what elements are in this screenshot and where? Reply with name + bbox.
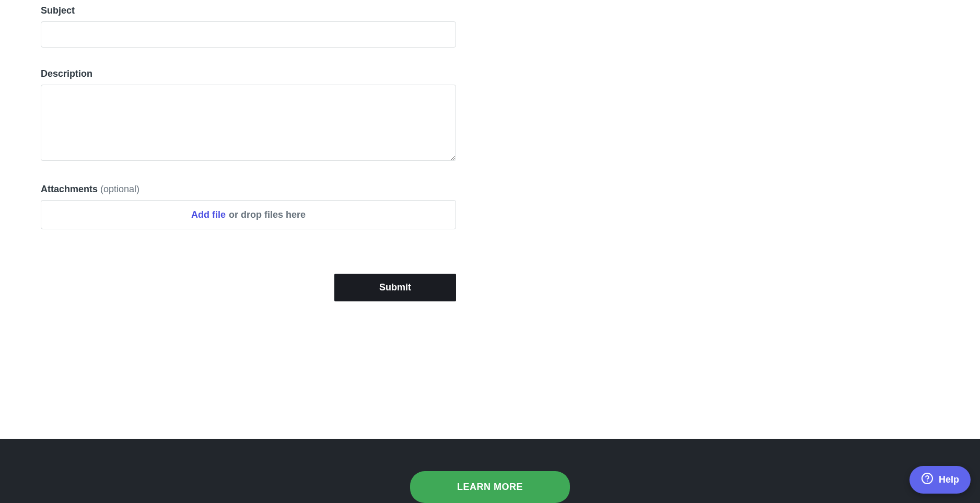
- support-form: Subject Description Attachments (optiona…: [41, 0, 456, 301]
- submit-button[interactable]: Submit: [334, 274, 456, 301]
- help-widget-button[interactable]: Help: [909, 466, 971, 494]
- drop-files-text: or drop files here: [229, 209, 306, 220]
- help-widget-label: Help: [939, 474, 959, 485]
- description-label: Description: [41, 68, 456, 79]
- help-icon: [921, 472, 934, 487]
- page-footer: LEARN MORE: [0, 439, 980, 503]
- attachments-label: Attachments (optional): [41, 184, 456, 195]
- attachments-optional-text: (optional): [100, 184, 139, 194]
- attachments-label-text: Attachments: [41, 184, 98, 194]
- submit-row: Submit: [41, 274, 456, 301]
- subject-input[interactable]: [41, 21, 456, 48]
- attachments-group: Attachments (optional) Add file or drop …: [41, 184, 456, 229]
- attachments-dropzone[interactable]: Add file or drop files here: [41, 200, 456, 229]
- subject-group: Subject: [41, 5, 456, 48]
- add-file-link[interactable]: Add file: [191, 209, 226, 220]
- description-group: Description: [41, 68, 456, 163]
- learn-more-button[interactable]: LEARN MORE: [410, 471, 570, 503]
- description-input[interactable]: [41, 85, 456, 161]
- subject-label: Subject: [41, 5, 456, 16]
